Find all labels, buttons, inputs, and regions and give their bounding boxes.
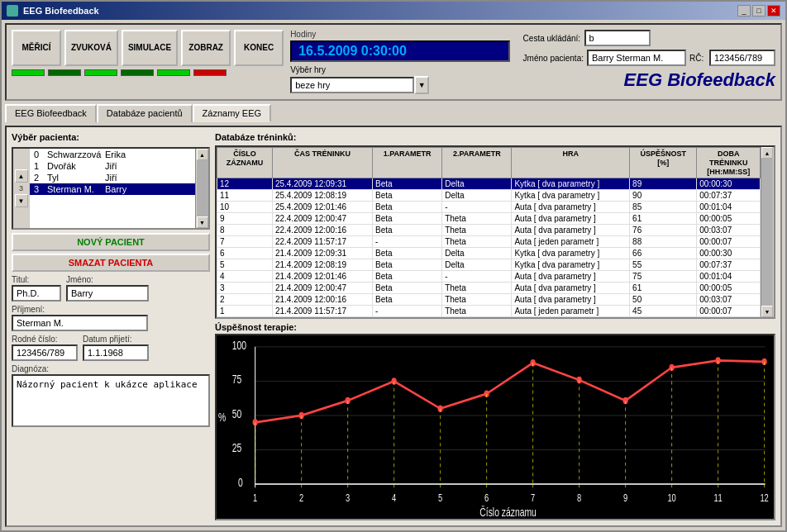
cell-doba: 00:07:37 (697, 259, 761, 271)
cell-uspesnost: 88 (630, 236, 697, 248)
cell-uspesnost: 85 (630, 202, 697, 213)
prijmeni-input[interactable] (12, 315, 148, 331)
vybr-select-row: ▼ (290, 76, 509, 94)
zvukova-karta-button[interactable]: ZVUKOVÁ (64, 30, 118, 66)
vybr-input[interactable] (290, 77, 414, 93)
rodne-input[interactable] (12, 344, 78, 361)
patient-scroll-down-btn[interactable]: ▼ (197, 216, 208, 228)
rc-input[interactable] (709, 50, 775, 66)
table-scrollbar[interactable]: ▲ ▼ (761, 147, 774, 317)
merici-karta-button[interactable]: MĚŘICÍ (12, 30, 61, 66)
novy-pacient-button[interactable]: NOVÝ PACIENT (12, 233, 210, 251)
table-scroll-up-btn[interactable]: ▲ (761, 147, 773, 159)
table-header-row: ČÍSLOZÁZNAMU ČAS TRÉNINKU 1.PARAMETR 2.P… (217, 148, 761, 178)
table-row[interactable]: 8 22.4.2009 12:00:16 Beta Theta Auta [ d… (217, 225, 761, 236)
cell-cas: 25.4.2009 12:08:19 (272, 190, 372, 202)
cell-doba: 00:03:07 (697, 294, 761, 306)
tab-eeg-biofeedback[interactable]: EEG Biofeedback (5, 104, 97, 122)
jmeno-field-input[interactable] (66, 285, 149, 302)
maximize-button[interactable]: □ (752, 5, 766, 17)
vybr-dropdown-arrow[interactable]: ▼ (414, 76, 429, 94)
cell-uspesnost: 89 (630, 178, 697, 190)
patient-first: Jiří (103, 173, 153, 183)
action-buttons: NOVÝ PACIENT SMAZAT PACIENTA (12, 233, 210, 272)
cell-cas: 21.4.2009 12:08:19 (272, 259, 372, 271)
diagnoza-field: Diagnóza: Názorný pacient k ukázce aplik… (12, 364, 210, 427)
cell-cislo: 3 (217, 283, 273, 294)
list-scroll-num: 3 (19, 184, 23, 192)
cell-uspesnost: 75 (630, 271, 697, 283)
cell-p2: Theta (442, 283, 512, 294)
rodne-label: Rodné číslo: (12, 335, 78, 344)
patient-first: Barry (103, 184, 153, 194)
table-row[interactable]: 10 25.4.2009 12:01:46 Beta - Auta [ dva … (217, 202, 761, 213)
cesta-input[interactable] (584, 30, 651, 46)
db-label: Databáze tréninků: (215, 132, 775, 142)
tab-databaze-pacientu[interactable]: Databáze pacientů (97, 104, 193, 122)
title-bar: EEG Biofeedback _ □ ✕ (2, 2, 785, 20)
cell-cas: 21.4.2009 12:09:31 (272, 248, 372, 259)
table-row[interactable]: 9 22.4.2009 12:00:47 Beta Theta Auta [ d… (217, 213, 761, 225)
table-row[interactable]: 5 21.4.2009 12:08:19 Beta Delta Kytka [ … (217, 259, 761, 271)
data-table-container: ČÍSLOZÁZNAMU ČAS TRÉNINKU 1.PARAMETR 2.P… (215, 145, 775, 319)
table-row[interactable]: 11 25.4.2009 12:08:19 Beta Delta Kytka [… (217, 190, 761, 202)
cell-cislo: 10 (217, 202, 273, 213)
cell-cas: 25.4.2009 12:09:31 (272, 178, 372, 190)
svg-text:25: 25 (232, 442, 242, 455)
tab-zaznamy-eeg[interactable]: Záznamy EEG (193, 104, 272, 122)
patient-row[interactable]: 1 Dvořák Jiří (30, 160, 195, 172)
patient-row[interactable]: 2 Tyl Jiří (30, 172, 195, 183)
datum-label: Datum přijetí: (83, 335, 149, 344)
list-scroll-up[interactable]: ▲ (15, 169, 28, 183)
table-row[interactable]: 1 21.4.2009 11:57:17 - Theta Auta [ jede… (217, 306, 761, 317)
svg-text:100: 100 (232, 340, 246, 353)
cell-cislo: 1 (217, 306, 273, 317)
time-controls: Hodiny 16.5.2009 0:30:00 Výběr hry ▼ (290, 30, 509, 94)
cell-uspesnost: 50 (630, 294, 697, 306)
cell-cas: 21.4.2009 12:00:47 (272, 283, 372, 294)
indicator-2 (48, 69, 81, 76)
uspesnost-label: Úspěšnost terapie: (215, 322, 775, 332)
cell-p1: Beta (372, 178, 441, 190)
patient-list-scrollbar[interactable]: ▲ ▼ (195, 149, 208, 228)
table-row[interactable]: 12 25.4.2009 12:09:31 Beta Delta Kytka [… (217, 178, 761, 190)
table-row[interactable]: 3 21.4.2009 12:00:47 Beta Theta Auta [ d… (217, 283, 761, 294)
prijmeni-row: Příjmení: (12, 305, 210, 331)
cell-cislo: 6 (217, 248, 273, 259)
jmeno-pacienta-input[interactable] (587, 50, 686, 66)
minimize-button[interactable]: _ (737, 5, 751, 17)
cell-cislo: 5 (217, 259, 273, 271)
titul-input[interactable] (12, 285, 61, 302)
diagnoza-textarea[interactable]: Názorný pacient k ukázce aplikace (12, 374, 210, 427)
cell-cas: 22.4.2009 12:00:16 (272, 225, 372, 236)
cell-p2: Theta (442, 236, 512, 248)
hodiny-label: Hodiny (290, 30, 509, 39)
patient-scroll-up-btn[interactable]: ▲ (197, 149, 208, 160)
content-area: MĚŘICÍ ZVUKOVÁ SIMULACE ZOBRAZ KONEC (2, 20, 785, 530)
svg-text:2: 2 (299, 492, 303, 504)
title-controls: _ □ ✕ (737, 5, 780, 17)
list-scroll-down[interactable]: ▼ (15, 194, 28, 207)
patient-row[interactable]: 3 Sterman M. Barry (30, 183, 195, 195)
close-button[interactable]: ✕ (767, 5, 780, 17)
table-row[interactable]: 7 22.4.2009 11:57:17 - Theta Auta [ jede… (217, 236, 761, 248)
titul-jmeno-row: Titul: Jméno: (12, 275, 210, 302)
training-table: ČÍSLOZÁZNAMU ČAS TRÉNINKU 1.PARAMETR 2.P… (217, 147, 761, 317)
patient-idx: 2 (32, 173, 45, 183)
cell-p2: Theta (442, 225, 512, 236)
indicator-6 (193, 69, 227, 76)
table-scroll-track (761, 159, 773, 306)
cell-uspesnost: 90 (630, 190, 697, 202)
patient-row[interactable]: 0 Schwarzzová Erika (30, 149, 195, 160)
konec-programu-button[interactable]: KONEC (234, 30, 284, 66)
table-row[interactable]: 6 21.4.2009 12:09:31 Beta Delta Kytka [ … (217, 248, 761, 259)
cell-hra: Auta [ dva parametry ] (512, 271, 630, 283)
smazat-pacienta-button[interactable]: SMAZAT PACIENTA (12, 254, 210, 272)
table-row[interactable]: 4 21.4.2009 12:01:46 Beta - Auta [ dva p… (217, 271, 761, 283)
hodiny-section: Hodiny 16.5.2009 0:30:00 (290, 30, 509, 62)
datum-input[interactable] (83, 344, 149, 361)
table-scroll-down-btn[interactable]: ▼ (761, 306, 773, 317)
simulace-button[interactable]: SIMULACE (122, 30, 178, 66)
zobraz-zaznam-button[interactable]: ZOBRAZ (181, 30, 231, 66)
table-row[interactable]: 2 21.4.2009 12:00:16 Beta Theta Auta [ d… (217, 294, 761, 306)
